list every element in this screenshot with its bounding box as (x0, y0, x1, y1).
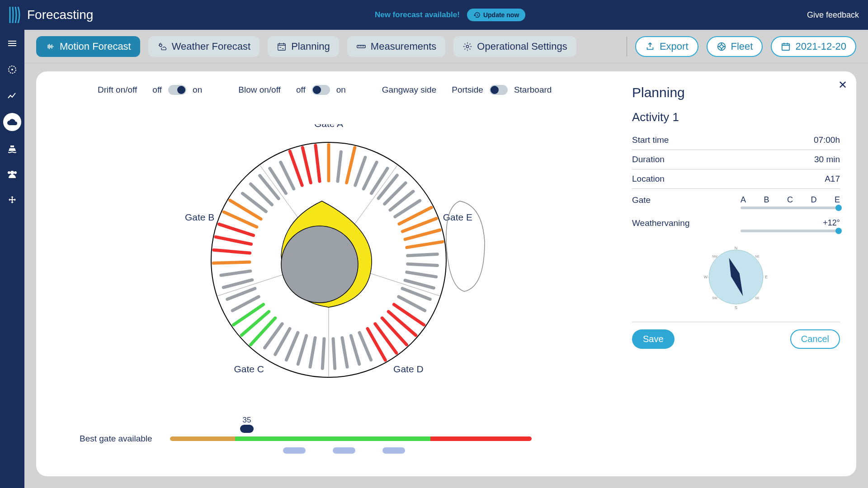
svg-line-20 (363, 162, 377, 189)
toggle-row: Drift on/off off on Blow on/off off on (52, 85, 623, 99)
divider (627, 37, 627, 56)
compass-icon: N S W E NW NE SW SE (702, 243, 770, 311)
svg-text:E: E (765, 275, 768, 279)
ship-icon[interactable] (3, 139, 21, 157)
gate-letters: A B C D E (741, 195, 840, 205)
target-icon[interactable] (3, 61, 21, 79)
fleet-label: Fleet (731, 41, 753, 52)
svg-line-17 (338, 152, 341, 181)
weathervaning-slider-knob[interactable] (835, 228, 842, 234)
tab-planning[interactable]: Planning (268, 36, 339, 57)
gate-letter: C (787, 195, 793, 205)
svg-text:NE: NE (755, 255, 760, 258)
date-button[interactable]: 2021-12-20 (771, 36, 856, 57)
gate-slider[interactable] (741, 206, 840, 209)
svg-line-19 (355, 157, 365, 185)
weathervaning-value: +12° (741, 218, 840, 228)
svg-line-64 (223, 280, 252, 287)
svg-text:NW: NW (712, 255, 717, 258)
gate-letter: E (835, 195, 840, 205)
gangway-toggle[interactable] (490, 85, 508, 95)
gear-icon (462, 42, 472, 52)
svg-line-46 (351, 336, 359, 364)
tab-label: Measurements (371, 41, 437, 52)
svg-line-34 (407, 272, 436, 277)
svg-rect-3 (278, 43, 286, 50)
weather-icon (157, 42, 167, 52)
timeline-handle[interactable] (240, 425, 254, 433)
tab-operational-settings[interactable]: Operational Settings (453, 36, 576, 57)
timeline-bar[interactable] (170, 436, 532, 441)
banner-message: New forecast available! (375, 10, 460, 19)
location-value: A17 (825, 174, 840, 184)
svg-line-35 (405, 280, 434, 288)
svg-line-53 (298, 336, 306, 364)
toolbar: Motion Forecast Weather Forecast Plannin… (24, 30, 868, 63)
main-card: ✕ Drift on/off off on Blow on/off off (36, 71, 856, 476)
tab-motion-forecast[interactable]: Motion Forecast (36, 36, 140, 57)
save-button[interactable]: Save (632, 329, 675, 349)
tab-weather-forecast[interactable]: Weather Forecast (148, 36, 259, 57)
menu-icon[interactable] (3, 34, 21, 52)
duration-value: 30 min (814, 155, 840, 164)
svg-line-65 (221, 271, 250, 275)
weathervaning-label: Weathervaning (632, 218, 689, 228)
svg-line-54 (286, 333, 298, 360)
logo-icon (9, 7, 22, 23)
ruler-icon (356, 42, 366, 52)
export-button[interactable]: Export (635, 36, 698, 57)
app-title: Forecasting (27, 8, 93, 22)
export-label: Export (660, 41, 689, 52)
planning-title: Planning (632, 85, 840, 100)
gate-slider-knob[interactable] (835, 205, 842, 211)
topbar: Forecasting New forecast available! Upda… (0, 0, 868, 30)
svg-line-12 (281, 162, 294, 189)
svg-point-2 (159, 44, 162, 47)
gate-radar-chart: Gate AGate EGate DGate CGate B (161, 124, 514, 386)
users-icon[interactable] (3, 165, 21, 183)
update-now-button[interactable]: Update now (467, 9, 525, 21)
activity-marker[interactable] (283, 447, 306, 454)
close-icon[interactable]: ✕ (838, 79, 847, 91)
fleet-button[interactable]: Fleet (707, 36, 763, 57)
svg-rect-4 (357, 45, 365, 48)
give-feedback-link[interactable]: Give feedback (807, 10, 859, 20)
drift-off-text: off (152, 85, 162, 95)
weathervaning-slider[interactable] (741, 230, 840, 232)
drift-toggle[interactable] (168, 85, 186, 95)
sidebar (0, 30, 24, 488)
timeline-label: Best gate available (80, 434, 161, 444)
calendar-range-icon (277, 42, 287, 52)
gangway-portside-text: Portside (452, 85, 483, 95)
gangway-label: Gangway side (382, 85, 436, 95)
activity-marker[interactable] (382, 447, 405, 454)
cancel-button[interactable]: Cancel (790, 329, 840, 349)
cloud-icon[interactable] (3, 113, 21, 131)
svg-point-7 (720, 45, 723, 48)
start-time-value: 07:00h (814, 135, 840, 145)
svg-rect-8 (782, 43, 790, 50)
svg-point-5 (467, 45, 469, 48)
svg-line-32 (408, 254, 438, 255)
activity-title: Activity 1 (632, 110, 840, 124)
blow-toggle[interactable] (312, 85, 330, 95)
svg-text:Gate B: Gate B (185, 212, 214, 222)
trend-icon[interactable] (3, 87, 21, 105)
tab-measurements[interactable]: Measurements (347, 36, 446, 57)
planning-panel: Planning Activity 1 Start time 07:00h Du… (623, 85, 840, 463)
svg-text:N: N (735, 246, 738, 250)
svg-line-68 (216, 237, 251, 244)
svg-text:Gate D: Gate D (393, 364, 424, 374)
move-icon[interactable] (3, 192, 21, 210)
gate-label: Gate (632, 195, 651, 205)
svg-point-1 (11, 69, 13, 70)
activity-marker[interactable] (333, 447, 355, 454)
tab-label: Operational Settings (477, 41, 567, 52)
update-now-label: Update now (483, 11, 519, 19)
gate-letter: A (741, 195, 746, 205)
timeline-value: 35 (243, 416, 251, 425)
svg-line-33 (408, 264, 438, 265)
gangway-starboard-text: Starboard (514, 85, 552, 95)
export-icon (645, 42, 655, 52)
svg-line-45 (359, 333, 371, 360)
